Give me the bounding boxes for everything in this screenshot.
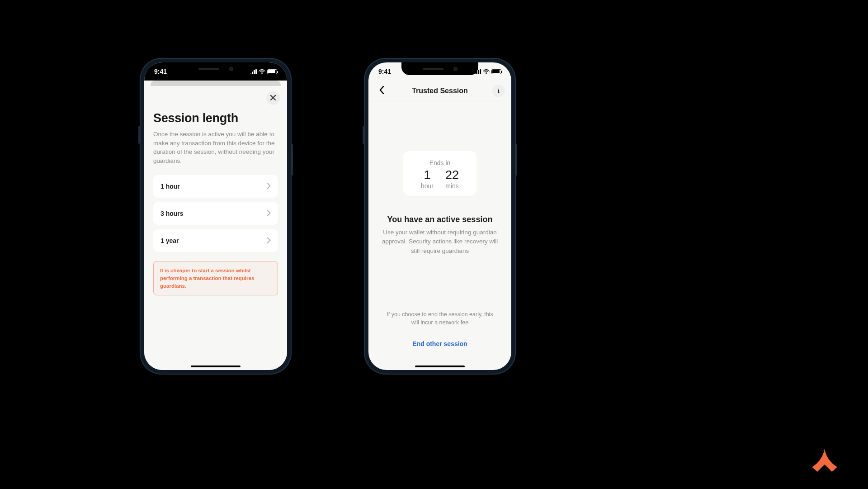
- phone-notch: [401, 62, 478, 75]
- phone-screen-left: 9:41 Session length Once the session is …: [144, 62, 287, 370]
- screen-title: Trusted Session: [412, 87, 468, 95]
- status-time: 9:41: [378, 68, 391, 75]
- chevron-right-icon: [267, 210, 271, 218]
- front-camera: [453, 67, 458, 71]
- countdown-hour-unit: hour: [421, 182, 434, 190]
- battery-icon: [267, 69, 277, 74]
- countdown-hours: 1 hour: [421, 169, 434, 190]
- countdown-mins-value: 22: [445, 169, 459, 181]
- option-label: 1 year: [160, 237, 179, 244]
- chevron-right-icon: [267, 183, 271, 190]
- back-button[interactable]: [376, 85, 387, 97]
- end-session-link[interactable]: End other session: [368, 340, 511, 347]
- speaker-grill: [423, 68, 443, 70]
- argent-logo-icon: [811, 448, 838, 472]
- option-label: 1 hour: [160, 183, 180, 190]
- info-note: It is cheaper to start a session whilst …: [153, 261, 278, 295]
- info-icon: i: [498, 87, 500, 95]
- session-option-1-year[interactable]: 1 year: [153, 229, 278, 252]
- ends-in-label: Ends in: [408, 159, 472, 166]
- footer-divider: [368, 301, 511, 301]
- battery-icon: [491, 69, 501, 74]
- session-option-3-hours[interactable]: 3 hours: [153, 202, 278, 225]
- wifi-icon: [259, 69, 265, 74]
- phone-mockup-right: 9:41 Trusted Session i: [364, 58, 516, 375]
- status-icons: [474, 69, 501, 74]
- phone-notch: [177, 62, 254, 75]
- close-icon: [270, 94, 276, 102]
- home-indicator: [415, 366, 465, 367]
- countdown-row: 1 hour 22 mins: [408, 169, 472, 190]
- info-button[interactable]: i: [492, 85, 505, 97]
- footer-note: If you choose to end the session early, …: [382, 310, 498, 328]
- phone-screen-right: 9:41 Trusted Session i: [368, 62, 511, 370]
- session-length-sheet: Session length Once the session is activ…: [144, 86, 287, 370]
- chevron-right-icon: [267, 237, 271, 245]
- active-session-heading: You have an active session: [377, 215, 502, 224]
- sheet-title: Session length: [153, 111, 278, 125]
- countdown-hour-value: 1: [421, 169, 434, 181]
- sheet-intro: Once the session is active you will be a…: [153, 130, 278, 165]
- speaker-grill: [198, 68, 219, 70]
- countdown-mins: 22 mins: [445, 169, 459, 190]
- stage: 9:41 Session length Once the session is …: [0, 0, 868, 489]
- countdown-card: Ends in 1 hour 22 mins: [403, 151, 476, 196]
- chevron-left-icon: [379, 86, 384, 96]
- front-camera: [229, 67, 233, 71]
- trusted-session-body: Ends in 1 hour 22 mins You have an activ…: [368, 101, 511, 370]
- countdown-mins-unit: mins: [445, 182, 459, 190]
- nav-bar: Trusted Session i: [368, 81, 511, 101]
- phone-mockup-left: 9:41 Session length Once the session is …: [140, 58, 292, 375]
- option-label: 3 hours: [160, 210, 184, 217]
- status-icons: [250, 69, 277, 74]
- close-button[interactable]: [266, 91, 280, 105]
- session-option-1-hour[interactable]: 1 hour: [153, 175, 278, 198]
- active-session-description: Use your wallet without requiring guardi…: [379, 228, 500, 256]
- wifi-icon: [483, 69, 490, 74]
- home-indicator: [191, 366, 241, 367]
- status-time: 9:41: [154, 68, 167, 75]
